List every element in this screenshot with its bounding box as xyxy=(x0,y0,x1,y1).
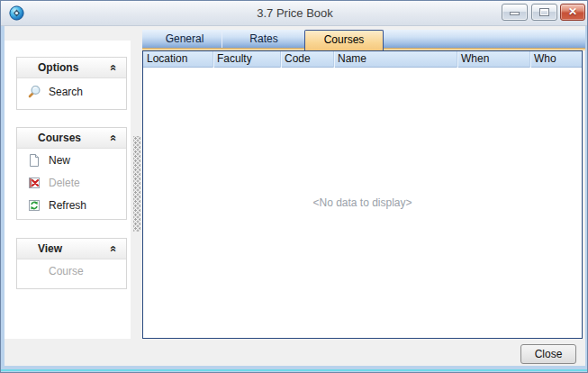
group-title: View xyxy=(38,242,62,255)
tab-general[interactable]: General xyxy=(148,30,222,48)
tab-strip: General Rates Courses xyxy=(142,30,585,48)
group-header-options[interactable]: Options « xyxy=(17,58,126,78)
minimize-icon xyxy=(510,12,520,15)
grid-body: <No data to display> xyxy=(143,68,582,338)
sidebar-item-search[interactable]: Search xyxy=(17,78,126,105)
client-area: Options « Search Courses xyxy=(5,26,585,366)
close-button[interactable]: Close xyxy=(520,344,576,364)
sidebar-item-label: Refresh xyxy=(49,199,86,212)
collapse-chevron-icon[interactable]: « xyxy=(107,242,120,255)
sidebar-group-courses: Courses « New xyxy=(16,127,127,220)
price-book-window: 3.7 Price Book ✕ Options « xyxy=(0,0,588,373)
column-header-name[interactable]: Name xyxy=(333,51,457,68)
delete-icon xyxy=(27,176,41,190)
titlebar: 3.7 Price Book ✕ xyxy=(1,1,588,26)
tab-courses[interactable]: Courses xyxy=(304,30,384,50)
sidebar-item-course: Course xyxy=(17,259,126,282)
group-title: Courses xyxy=(38,132,81,144)
column-header-code[interactable]: Code xyxy=(280,51,333,68)
sidebar-group-options: Options « Search xyxy=(16,57,127,110)
close-icon: ✕ xyxy=(561,5,584,18)
sidebar-splitter[interactable] xyxy=(131,41,142,339)
column-header-location[interactable]: Location xyxy=(143,51,213,68)
window-title: 3.7 Price Book xyxy=(1,1,588,26)
search-icon xyxy=(27,85,41,99)
refresh-icon xyxy=(27,198,41,213)
sidebar-item-label: Search xyxy=(49,86,83,98)
sidebar-item-label: Delete xyxy=(49,177,80,189)
tab-rates[interactable]: Rates xyxy=(223,30,304,48)
grid-header-row: Location Faculty Code Name When Who xyxy=(143,51,582,68)
empty-grid-message: <No data to display> xyxy=(312,196,412,209)
sidebar-item-new[interactable]: New xyxy=(17,149,126,171)
new-document-icon xyxy=(27,153,41,168)
maximize-button[interactable] xyxy=(531,4,557,21)
window-bottom-accent xyxy=(1,369,588,371)
sidebar-group-view: View « Course xyxy=(16,238,127,289)
maximize-icon xyxy=(539,8,549,16)
minimize-button[interactable] xyxy=(502,4,528,21)
sidebar: Options « Search Courses xyxy=(5,41,131,339)
splitter-grip-icon xyxy=(133,136,140,232)
sidebar-item-label: Course xyxy=(49,265,84,277)
sidebar-item-label: New xyxy=(49,154,70,167)
collapse-chevron-icon[interactable]: « xyxy=(107,132,120,144)
sidebar-item-delete: Delete xyxy=(17,171,126,194)
column-header-when[interactable]: When xyxy=(457,51,529,68)
courses-grid: Location Faculty Code Name When Who <No … xyxy=(142,50,583,339)
group-header-view[interactable]: View « xyxy=(17,239,126,259)
collapse-chevron-icon[interactable]: « xyxy=(107,61,120,74)
group-header-courses[interactable]: Courses « xyxy=(17,128,126,149)
sidebar-item-refresh[interactable]: Refresh xyxy=(17,194,126,216)
column-header-who[interactable]: Who xyxy=(529,51,582,68)
group-title: Options xyxy=(38,61,78,74)
close-window-button[interactable]: ✕ xyxy=(560,4,585,21)
column-header-faculty[interactable]: Faculty xyxy=(213,51,280,68)
